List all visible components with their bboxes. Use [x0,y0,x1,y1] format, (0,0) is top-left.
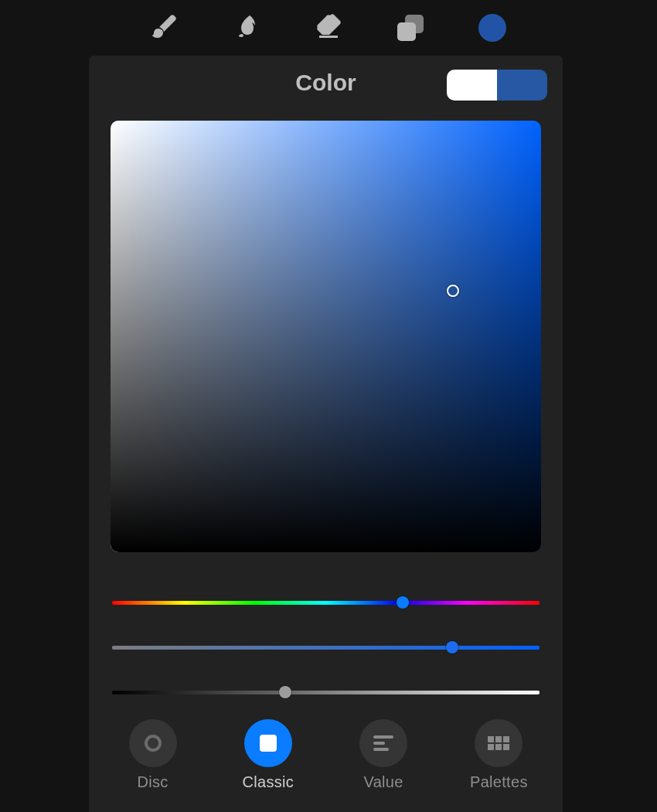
tab-palettes[interactable]: Palettes [444,719,553,791]
tab-value[interactable]: Value [329,719,437,791]
eraser-tool-button[interactable] [315,14,342,42]
disc-icon [145,735,162,752]
current-color-swatch [497,70,547,101]
tab-value-label: Value [364,773,403,791]
smudge-icon [233,12,260,43]
saturation-slider-thumb[interactable] [446,641,458,653]
tab-disc[interactable]: Disc [99,719,207,791]
tab-disc-label: Disc [138,773,169,791]
layers-icon [397,15,424,41]
classic-icon [260,735,277,752]
color-sliders [89,552,563,715]
saturation-slider[interactable] [112,625,540,670]
color-panel-header: Color [89,56,563,110]
tab-classic[interactable]: Classic [214,719,322,791]
layers-tool-button[interactable] [397,14,424,42]
hue-slider-track [112,601,540,605]
value-icon [373,735,393,751]
color-mode-tabs: Disc Classic Value [89,704,563,812]
brightness-slider-thumb[interactable] [279,686,291,698]
previous-color-swatch [447,70,497,101]
hue-slider-thumb[interactable] [397,596,409,609]
smudge-tool-button[interactable] [233,14,260,42]
color-panel-title: Color [295,70,356,96]
palettes-icon [488,736,509,750]
color-field-cursor[interactable] [447,285,459,297]
brush-tool-button[interactable] [151,14,179,42]
brightness-slider-track [112,691,540,694]
app-toolbar [0,0,657,56]
color-field[interactable] [111,121,541,552]
tab-classic-label: Classic [243,773,294,791]
saturation-slider-track [112,646,540,650]
current-color-icon [478,14,506,42]
color-panel: Color [89,56,563,812]
hue-slider[interactable] [112,580,540,625]
tab-palettes-label: Palettes [470,773,528,791]
color-tool-button[interactable] [478,14,506,42]
brush-icon [151,12,179,43]
color-swatch-pair[interactable] [447,70,547,101]
eraser-icon [315,12,342,43]
color-field-black-layer [111,121,541,552]
